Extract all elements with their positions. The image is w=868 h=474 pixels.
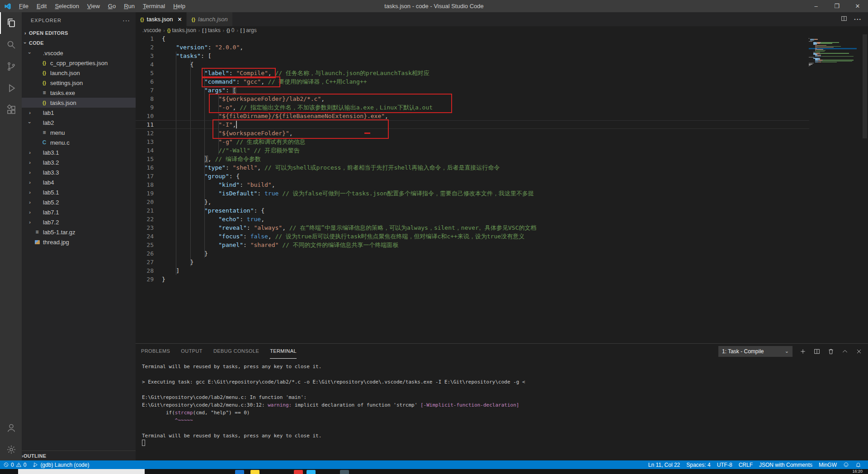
problems-status[interactable]: 0 0 bbox=[0, 460, 29, 469]
tree-item-lab3.1[interactable]: ›lab3.1 bbox=[22, 147, 136, 157]
line-number: 29 bbox=[136, 275, 156, 284]
activity-explorer[interactable] bbox=[0, 12, 22, 34]
line-number: 13 bbox=[136, 137, 156, 146]
activity-source-control[interactable] bbox=[0, 56, 22, 77]
tree-item-tasks.exe[interactable]: ≡tasks.exe bbox=[22, 88, 136, 98]
panel-tab-problems[interactable]: PROBLEMS bbox=[141, 344, 170, 359]
breadcrumb-item-.vscode[interactable]: .vscode bbox=[142, 27, 161, 33]
tree-item-lab5-1.tar.gz[interactable]: ≡lab5-1.tar.gz bbox=[22, 227, 136, 237]
taskbar-icon[interactable] bbox=[340, 470, 349, 474]
maximize-panel-icon[interactable] bbox=[841, 348, 849, 355]
terminal-line: > Executing task: gcc E:\Git\repository\… bbox=[142, 378, 868, 386]
workspace-root-section[interactable]: › CODE bbox=[22, 38, 136, 48]
taskbar-app-window[interactable] bbox=[18, 469, 145, 474]
activity-extensions[interactable] bbox=[0, 99, 22, 121]
status-eol[interactable]: CRLF bbox=[736, 460, 756, 469]
menu-selection[interactable]: Selection bbox=[51, 0, 83, 12]
minimize-button[interactable]: – bbox=[806, 0, 826, 12]
minimap[interactable] bbox=[809, 38, 857, 66]
feedback-icon[interactable] bbox=[840, 460, 852, 469]
breadcrumb-item-0[interactable]: {}0 bbox=[226, 27, 234, 33]
notifications-bell-icon[interactable] bbox=[852, 460, 864, 469]
status-indentation[interactable]: Spaces: 4 bbox=[683, 460, 713, 469]
menu-edit[interactable]: Edit bbox=[33, 0, 51, 12]
close-tab-icon[interactable]: ✕ bbox=[177, 16, 182, 23]
menu-go[interactable]: Go bbox=[104, 0, 120, 12]
menu-run[interactable]: Run bbox=[120, 0, 139, 12]
tree-item-label: lab5.2 bbox=[43, 199, 59, 206]
tree-item-lab5.2[interactable]: ›lab5.2 bbox=[22, 197, 136, 207]
line-number: 23 bbox=[136, 223, 156, 232]
terminal-line bbox=[142, 370, 868, 378]
tree-item-label: lab5-1.tar.gz bbox=[43, 229, 75, 236]
chevron-right-icon: › bbox=[26, 170, 33, 175]
breadcrumb-item-tasks[interactable]: [ ]tasks bbox=[202, 27, 220, 33]
tree-item-lab7.2[interactable]: ›lab7.2 bbox=[22, 217, 136, 227]
chevron-down-icon: ⌄ bbox=[785, 348, 789, 354]
menu-view[interactable]: View bbox=[83, 0, 104, 12]
activity-search[interactable] bbox=[0, 34, 22, 56]
tree-item-lab7.1[interactable]: ›lab7.1 bbox=[22, 207, 136, 217]
tree-item-lab3.3[interactable]: ›lab3.3 bbox=[22, 167, 136, 177]
tree-item-thread.jpg[interactable]: thread.jpg bbox=[22, 237, 136, 247]
panel-tab-output[interactable]: OUTPUT bbox=[181, 344, 203, 359]
breadcrumb-item-tasks.json[interactable]: {}tasks.json bbox=[167, 27, 196, 33]
kill-terminal-icon[interactable] bbox=[827, 348, 835, 355]
breadcrumb-item-args[interactable]: [ ]args bbox=[241, 27, 257, 33]
editor-scrollbar[interactable] bbox=[863, 34, 867, 138]
panel-tab-debug-console[interactable]: DEBUG CONSOLE bbox=[213, 344, 259, 359]
menu-file[interactable]: File bbox=[15, 0, 33, 12]
tree-item-lab5.1[interactable]: ›lab5.1 bbox=[22, 187, 136, 197]
terminal-picker-dropdown[interactable]: 1: Task - Compile ⌄ bbox=[718, 346, 793, 357]
code-line: "reveal": "always", // 在“终端”中显示编译信息的策略，可… bbox=[162, 223, 868, 232]
tree-item-menu[interactable]: ≡menu bbox=[22, 128, 136, 137]
status-encoding[interactable]: UTF-8 bbox=[714, 460, 736, 469]
json-braces-icon: {} bbox=[191, 17, 195, 22]
activity-run-debug[interactable] bbox=[0, 77, 22, 99]
breadcrumb-separator: › bbox=[222, 28, 225, 33]
close-panel-icon[interactable] bbox=[855, 348, 863, 355]
taskbar-icon[interactable] bbox=[294, 470, 303, 474]
open-editors-section[interactable]: › OPEN EDITORS bbox=[22, 28, 136, 38]
taskbar-icon[interactable] bbox=[307, 470, 316, 474]
taskbar-icon[interactable] bbox=[250, 470, 259, 474]
menu-terminal[interactable]: Terminal bbox=[139, 0, 169, 12]
new-terminal-icon[interactable] bbox=[799, 348, 807, 355]
tab-launch.json[interactable]: {}launch.json bbox=[187, 12, 232, 26]
code-editor[interactable]: 1234567891011121314151617181920212223242… bbox=[136, 34, 868, 343]
split-editor-icon[interactable] bbox=[840, 15, 848, 24]
status-compiler[interactable]: MinGW bbox=[816, 460, 840, 469]
more-actions-icon[interactable]: ··· bbox=[854, 16, 862, 23]
line-number: 1 bbox=[136, 34, 156, 43]
close-button[interactable]: ✕ bbox=[847, 0, 868, 12]
tree-item-launch.json[interactable]: {}launch.json bbox=[22, 68, 136, 78]
tree-item-lab4[interactable]: ›lab4 bbox=[22, 177, 136, 187]
tree-item-c_cpp_properties.json[interactable]: {}c_cpp_properties.json bbox=[22, 58, 136, 68]
tree-item-settings.json[interactable]: {}settings.json bbox=[22, 78, 136, 88]
terminal-output[interactable]: Terminal will be reused by tasks, press … bbox=[136, 359, 868, 447]
json-file-icon: {} bbox=[41, 71, 48, 76]
panel-tab-terminal[interactable]: TERMINAL bbox=[270, 344, 297, 359]
tree-item-.vscode[interactable]: ›.vscode bbox=[22, 48, 136, 58]
terminal-cursor bbox=[142, 440, 145, 446]
tree-item-label: launch.json bbox=[50, 70, 80, 76]
outline-section[interactable]: › OUTLINE bbox=[22, 450, 136, 460]
debug-launch-status[interactable]: (gdb) Launch (code) bbox=[29, 460, 92, 469]
tree-item-lab2[interactable]: ›lab2 bbox=[22, 118, 136, 128]
activity-account[interactable] bbox=[0, 417, 22, 439]
split-terminal-icon[interactable] bbox=[813, 348, 821, 355]
code-line: "isDefault": true // 设为false可做到一个tasks.j… bbox=[162, 189, 868, 198]
line-number: 14 bbox=[136, 146, 156, 155]
menu-help[interactable]: Help bbox=[169, 0, 189, 12]
status-cursor-position[interactable]: Ln 11, Col 22 bbox=[645, 460, 684, 469]
taskbar-icon[interactable] bbox=[235, 470, 244, 474]
restore-button[interactable]: ❐ bbox=[826, 0, 847, 12]
tab-tasks.json[interactable]: {}tasks.json✕ bbox=[136, 12, 187, 26]
tree-item-lab1[interactable]: ›lab1 bbox=[22, 108, 136, 118]
tree-item-lab3.2[interactable]: ›lab3.2 bbox=[22, 157, 136, 167]
tree-item-tasks.json[interactable]: {}tasks.json bbox=[22, 98, 136, 108]
tree-item-menu.c[interactable]: Cmenu.c bbox=[22, 137, 136, 147]
activity-settings[interactable] bbox=[0, 439, 22, 460]
status-language-mode[interactable]: JSON with Comments bbox=[756, 460, 816, 469]
sidebar-more-actions-icon[interactable]: ··· bbox=[123, 17, 130, 24]
